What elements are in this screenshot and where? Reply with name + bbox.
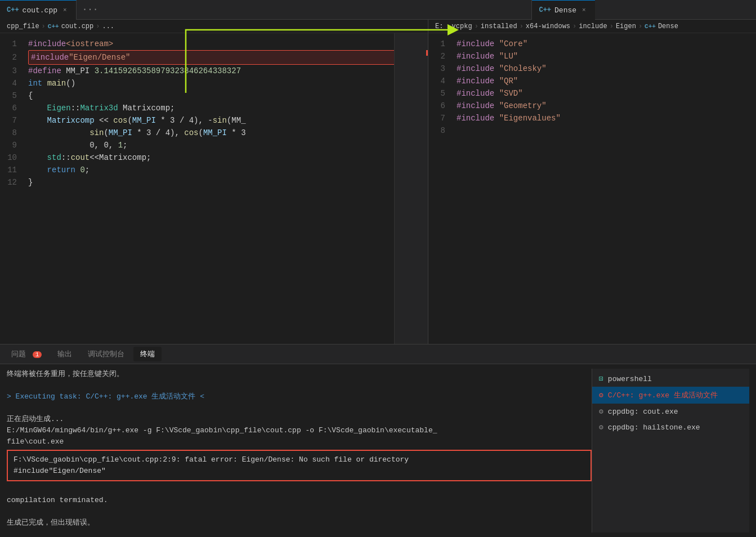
tab-dense[interactable]: C++ Dense × xyxy=(532,0,594,20)
code-line-right-6: 6#include "Geometry" xyxy=(428,100,756,112)
cppdbg-hailstone-icon: ⚙ xyxy=(599,423,603,432)
task-label-cppdbg-cout: cppdbg: cout.exe xyxy=(608,408,678,416)
code-line-right-5: 5#include "SVD" xyxy=(428,87,756,100)
cpp-dense-icon: C++ xyxy=(539,6,551,14)
tab-output[interactable]: 输出 xyxy=(51,347,79,361)
code-editor-right[interactable]: 1#include "Core"2#include "LU"3#include … xyxy=(428,33,756,141)
code-line-left-11: 11 return 0; xyxy=(0,164,428,176)
powershell-icon: ⊡ xyxy=(599,374,603,383)
tab-more-button[interactable]: ··· xyxy=(77,0,104,19)
tab-label-cout: cout.cpp xyxy=(23,6,57,15)
code-line-left-10: 10 std::cout<<Matrixcomp; xyxy=(0,151,428,164)
code-line-right-1: 1#include "Core" xyxy=(428,38,756,50)
breadcrumb-right: E: › vcpkg › installed › x64-windows › i… xyxy=(428,20,756,33)
term-line-empty2 xyxy=(7,506,592,517)
code-line-left-5: 5{ xyxy=(0,90,428,102)
tab-label-dense: Dense xyxy=(554,6,576,15)
code-line-left-9: 9 0, 0, 1; xyxy=(0,139,428,151)
terminal-main-content[interactable]: 终端将被任务重用，按任意键关闭。 > Executing task: C/C++… xyxy=(7,369,592,532)
terminal-error-box: F:\VScde_gaobin\cpp_file\cout.cpp:2:9: f… xyxy=(7,450,592,481)
task-powershell[interactable]: ⊡ powershell xyxy=(592,371,749,387)
tab-problems[interactable]: 问题 1 xyxy=(5,347,48,361)
code-line-left-3: 3#define MM_PI 3.14159265358979323846264… xyxy=(0,65,428,77)
term-line-empty xyxy=(7,484,592,495)
terminal-body[interactable]: 终端将被任务重用，按任意键关闭。 > Executing task: C/C++… xyxy=(0,364,756,537)
problems-badge: 1 xyxy=(33,351,42,358)
code-line-left-7: 7 Matrixcomp << cos(MM_PI * 3 / 4), -sin… xyxy=(0,114,428,127)
term-line-3 xyxy=(7,402,592,414)
code-line-right-3: 3#include "Cholesky" xyxy=(428,62,756,75)
code-line-left-1: 1#include<iostream> xyxy=(0,38,428,50)
tab-close-dense[interactable]: × xyxy=(580,6,588,15)
task-label-powershell: powershell xyxy=(608,375,652,383)
error-line-1: F:\VScde_gaobin\cpp_file\cout.cpp:2:9: f… xyxy=(14,454,585,466)
term-line-cmd2: file\cout.exe xyxy=(7,436,592,448)
term-line-task: > Executing task: C/C++: g++.exe 生成活动文件 … xyxy=(7,391,592,402)
task-label-gpp: C/C++: g++.exe 生成活动文件 xyxy=(608,390,718,400)
tab-debug-console[interactable]: 调试控制台 xyxy=(81,347,131,361)
code-line-right-2: 2#include "LU" xyxy=(428,50,756,62)
code-line-left-12: 12} xyxy=(0,176,428,189)
error-line-2: #include"Eigen/Dense" xyxy=(14,466,585,477)
cpp-file-icon: C++ xyxy=(7,6,19,14)
cppdbg-cout-icon: ⚙ xyxy=(599,407,603,416)
term-line-result: 生成已完成，但出现错误。 xyxy=(7,517,592,529)
tab-cout-cpp[interactable]: C++ cout.cpp × xyxy=(0,0,77,20)
gpp-gear-icon: ⚙ xyxy=(599,391,603,400)
code-line-right-8: 8 xyxy=(428,124,756,137)
code-line-right-7: 7#include "Eigenvalues" xyxy=(428,112,756,124)
task-gpp[interactable]: ⚙ C/C++: g++.exe 生成活动文件 xyxy=(592,387,749,404)
terminal-tab-bar: 问题 1 输出 调试控制台 终端 xyxy=(0,344,756,364)
terminal-panel: 问题 1 输出 调试控制台 终端 终端将被任务重用，按任意键关闭。 > Exec… xyxy=(0,344,756,537)
code-editor-left[interactable]: 1#include<iostream>2#include"Eigen/Dense… xyxy=(0,33,428,193)
tab-terminal[interactable]: 终端 xyxy=(133,347,162,361)
code-line-left-8: 8 sin(MM_PI * 3 / 4), cos(MM_PI * 3 xyxy=(0,127,428,139)
code-line-left-4: 4int main() xyxy=(0,77,428,90)
code-line-right-4: 4#include "QR" xyxy=(428,75,756,87)
code-line-left-2: 2#include"Eigen/Dense" xyxy=(0,50,428,65)
editor-right: E: › vcpkg › installed › x64-windows › i… xyxy=(428,20,756,344)
term-line-1: 终端将被任务重用，按任意键关闭。 xyxy=(7,369,592,380)
term-line-compilation: compilation terminated. xyxy=(7,495,592,506)
terminal-task-list: ⊡ powershell ⚙ C/C++: g++.exe 生成活动文件 ⚙ c… xyxy=(592,369,749,532)
task-cppdbg-cout[interactable]: ⚙ cppdbg: cout.exe xyxy=(592,404,749,419)
tab-close-cout[interactable]: × xyxy=(61,6,69,15)
task-label-cppdbg-hailstone: cppdbg: hailstone.exe xyxy=(608,423,700,432)
minimap-left xyxy=(394,33,428,344)
term-line-cmd: E:/MinGW64/mingw64/bin/g++.exe -g F:\VSc… xyxy=(7,425,592,436)
term-line-building: 正在启动生成... xyxy=(7,414,592,425)
term-line-2 xyxy=(7,380,592,391)
code-line-left-6: 6 Eigen::Matrix3d Matrixcomp; xyxy=(0,102,428,114)
task-cppdbg-hailstone[interactable]: ⚙ cppdbg: hailstone.exe xyxy=(592,419,749,435)
breadcrumb-left: cpp_file › C++ cout.cpp › ... xyxy=(0,20,428,33)
